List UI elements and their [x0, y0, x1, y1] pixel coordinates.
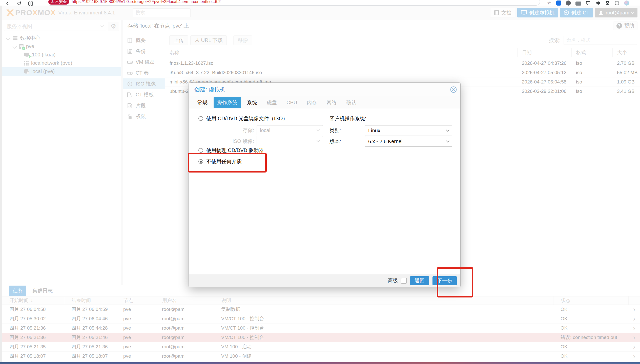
column-name[interactable]: 名称	[165, 48, 517, 57]
task-row[interactable]: 四月 27 05:21:36四月 27 05:44:28pve root@pam…	[2, 324, 640, 333]
tab-memory[interactable]: 内存	[303, 97, 320, 108]
tree-item-pve[interactable]: ✓ pve	[2, 42, 121, 51]
next-button[interactable]: 下一步	[432, 276, 457, 285]
tab-network[interactable]: 网络	[323, 97, 340, 108]
task-row-error[interactable]: 四月 27 05:21:36四月 27 05:21:46pve root@pam…	[2, 333, 640, 342]
tab-disks[interactable]: 磁盘	[263, 97, 280, 108]
tab-system[interactable]: 系统	[243, 97, 261, 108]
tab-cluster-log[interactable]: 集群日志	[30, 286, 55, 296]
address-bar[interactable]: ⚠不安全 https://192.168.9.15:8006/#v1:0:=st…	[47, 0, 540, 6]
floppy-icon	[127, 49, 133, 54]
tab-tasks[interactable]: 任务	[9, 286, 26, 296]
media-control-icon[interactable]	[595, 1, 600, 6]
hdd-cube-icon	[127, 71, 133, 75]
chevron-right-icon[interactable]: ›	[628, 324, 640, 332]
column-user[interactable]: 用户名	[155, 296, 214, 305]
task-row[interactable]: 四月 27 05:21:35四月 27 05:21:36pve root@pam…	[2, 342, 640, 352]
chevron-right-icon[interactable]: ›	[628, 315, 640, 323]
user-menu-button[interactable]: root@pam	[595, 8, 637, 17]
chat-icon[interactable]	[586, 1, 591, 6]
radio-icon[interactable]	[198, 116, 203, 121]
menu-item-summary[interactable]: 概要	[123, 35, 165, 46]
tab-general[interactable]: 常规	[194, 97, 211, 108]
bookmark-icon[interactable]: ☆	[547, 1, 552, 6]
column-start-time[interactable]: 开始时间↓	[2, 296, 64, 305]
tree-item-datacenter[interactable]: 数据中心	[2, 34, 121, 42]
create-ct-button[interactable]: 创建 CT	[560, 8, 593, 17]
tree-item-label: 数据中心	[20, 35, 40, 41]
toolbar-separator	[229, 37, 229, 44]
column-end-time[interactable]: 结束时间	[64, 296, 116, 305]
table-row[interactable]: fnos-1.1.23-1627.iso2026-04-27 04:37:26 …	[165, 59, 640, 68]
iso-image-dropdown[interactable]	[257, 136, 323, 146]
chevron-right-icon[interactable]: ›	[628, 334, 640, 341]
chevron-right-icon[interactable]: ›	[628, 306, 640, 313]
menu-item-label: 片段	[136, 102, 146, 109]
profile-avatar[interactable]	[624, 1, 629, 6]
advanced-checkbox[interactable]	[401, 278, 407, 284]
close-icon[interactable]	[450, 86, 457, 93]
tree-item-vm-100[interactable]: 100 (ikuai)	[2, 51, 121, 59]
radio-use-physical-drive[interactable]: 使用物理 CD/DVD 驱动器	[198, 147, 264, 154]
os-type-dropdown[interactable]: Linux	[365, 125, 452, 136]
remove-button[interactable]: 移除	[233, 35, 252, 45]
tree-item-localnetwork[interactable]: localnetwork (pve)	[2, 59, 121, 67]
panel-splitter[interactable]	[121, 20, 123, 285]
expand-chevron-icon[interactable]	[13, 44, 17, 49]
column-date[interactable]: 日期	[517, 48, 571, 57]
os-type-label: 类别:	[329, 127, 365, 134]
table-row[interactable]: iKuai8_x64_3.7.22_Build202603301146.iso2…	[165, 68, 640, 77]
browser-back-icon[interactable]	[6, 1, 10, 6]
filter-search-label: 搜索:	[549, 37, 561, 44]
menu-item-iso-images[interactable]: ISO 镜像	[123, 78, 165, 89]
download-from-url-button[interactable]: 从 URL 下载	[190, 35, 227, 45]
tab-os[interactable]: 操作系统	[214, 97, 241, 108]
documentation-button[interactable]: 文档	[490, 8, 515, 17]
radio-no-media[interactable]: 不使用任何介质	[198, 158, 242, 165]
task-row[interactable]: 四月 27 05:18:07四月 27 05:18:07pve root@pam…	[2, 352, 640, 361]
help-button[interactable]: ? 帮助	[613, 22, 637, 30]
create-vm-button[interactable]: 创建虚拟机	[517, 8, 558, 17]
filter-search-input[interactable]	[564, 36, 637, 45]
global-search-input[interactable]	[133, 8, 191, 17]
browser-sidebar-icon[interactable]	[28, 2, 33, 6]
column-size[interactable]: 大小	[612, 48, 640, 57]
chevron-right-icon[interactable]: ›	[628, 352, 640, 360]
security-badge[interactable]: ⚠不安全	[48, 0, 69, 5]
dialog-titlebar[interactable]: 创建: 虚拟机	[189, 83, 460, 96]
browser-chrome: ⚠不安全 https://192.168.9.15:8006/#v1:0:=st…	[0, 0, 640, 6]
back-button[interactable]: 返回	[410, 276, 429, 285]
menu-item-snippets[interactable]: 片段	[123, 100, 165, 111]
column-description[interactable]: 说明	[214, 296, 553, 305]
radio-icon[interactable]	[198, 148, 203, 153]
downloads-icon[interactable]	[605, 1, 610, 6]
task-row[interactable]: 四月 27 06:04:58四月 27 06:04:59pve root@pam…	[2, 305, 640, 314]
tab-cpu[interactable]: CPU	[283, 98, 301, 108]
radio-use-iso[interactable]: 使用 CD/DVD 光盘镜像文件（ISO）	[198, 115, 288, 122]
tree-settings-button[interactable]: ⚙	[108, 22, 119, 31]
extension-icon[interactable]	[556, 1, 561, 6]
extension-icon-2[interactable]	[566, 1, 571, 6]
browser-reload-icon[interactable]	[17, 1, 21, 6]
menu-item-ct-templates[interactable]: CT 模板	[123, 89, 165, 100]
column-format[interactable]: 格式	[571, 48, 612, 57]
os-version-dropdown[interactable]: 6.x - 2.6 Kernel	[365, 136, 452, 147]
user-circle-icon[interactable]	[614, 1, 620, 6]
radio-checked-icon[interactable]	[198, 159, 203, 164]
task-row[interactable]: 四月 27 05:30:02四月 27 06:04:46pve root@pam…	[2, 314, 640, 324]
column-node[interactable]: 节点	[116, 296, 155, 305]
menu-item-vm-disks[interactable]: VM 磁盘	[123, 57, 165, 68]
menu-item-ct-volumes[interactable]: CT 卷	[123, 68, 165, 78]
wallet-icon[interactable]	[575, 2, 581, 6]
vm-running-icon	[24, 52, 30, 57]
upload-button[interactable]: 上传	[169, 35, 188, 45]
menu-item-backups[interactable]: 备份	[123, 46, 165, 57]
tab-confirm[interactable]: 确认	[343, 97, 360, 108]
view-selector-dropdown[interactable]: 服务器视图	[4, 22, 106, 31]
expand-chevron-icon[interactable]	[6, 36, 10, 40]
menu-item-permissions[interactable]: 权限	[123, 111, 165, 122]
tree-item-local-storage[interactable]: local (pve)	[2, 67, 121, 76]
chevron-right-icon[interactable]: ›	[628, 343, 640, 351]
storage-dropdown[interactable]: local	[257, 125, 323, 135]
column-status[interactable]: 状态	[553, 296, 628, 305]
